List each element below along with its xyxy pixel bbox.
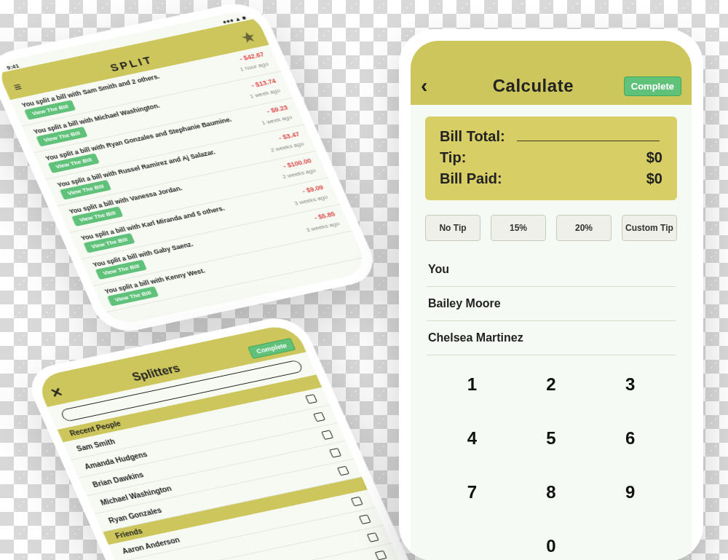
people-list: You Bailey Moore Chelsea Martinez: [411, 248, 692, 355]
splitters-complete-button[interactable]: Complete: [248, 338, 296, 359]
checkbox[interactable]: [367, 532, 379, 543]
calculate-header: ‹ Calculate Complete: [411, 41, 692, 105]
keypad-7[interactable]: 7: [432, 478, 512, 507]
history-when: 1 hour ago: [239, 60, 269, 72]
keypad-4[interactable]: 4: [432, 424, 512, 453]
bill-paid-label: Bill Paid:: [440, 170, 502, 187]
bill-total-label: Bill Total:: [440, 128, 505, 145]
tip-options: No Tip 15% 20% Custom Tip: [411, 210, 692, 248]
tip-custom-button[interactable]: Custom Tip: [622, 215, 677, 241]
back-button[interactable]: ‹: [421, 76, 443, 96]
checkbox[interactable]: [375, 551, 387, 560]
close-button[interactable]: ✕: [47, 384, 65, 401]
checkbox[interactable]: [359, 514, 371, 524]
page-title: Calculate: [450, 76, 617, 96]
person-row[interactable]: Bailey Moore: [427, 287, 676, 321]
keypad-8[interactable]: 8: [512, 478, 591, 507]
tip-20-button[interactable]: 20%: [556, 215, 612, 241]
app-logo-icon: [238, 29, 258, 46]
tip-row: Tip: $0: [440, 149, 662, 166]
keypad-1[interactable]: 1: [432, 370, 512, 399]
tip-15-button[interactable]: 15%: [491, 215, 546, 241]
splitter-name: Sam Smith: [75, 437, 116, 452]
bill-total-input-line[interactable]: [517, 141, 660, 141]
keypad-5[interactable]: 5: [512, 424, 591, 453]
bill-total-row: Bill Total:: [440, 128, 662, 145]
bill-paid-row: Bill Paid: $0: [440, 170, 662, 187]
keypad-3[interactable]: 3: [590, 370, 670, 399]
keypad-6[interactable]: 6: [590, 424, 670, 453]
tip-label: Tip:: [440, 149, 466, 166]
checkbox[interactable]: [313, 412, 325, 422]
keypad-2[interactable]: 2: [512, 370, 591, 399]
checkbox[interactable]: [321, 430, 333, 440]
checkbox[interactable]: [329, 448, 341, 458]
keypad-9[interactable]: 9: [590, 478, 670, 507]
history-when: 1 week ago: [261, 114, 293, 126]
checkbox[interactable]: [305, 394, 317, 404]
checkbox[interactable]: [337, 466, 349, 476]
history-amount: [345, 237, 348, 243]
menu-icon[interactable]: ≡: [12, 81, 24, 94]
keypad-0[interactable]: 0: [512, 532, 591, 560]
checkbox[interactable]: [351, 497, 363, 507]
bill-summary-card: Bill Total: Tip: $0 Bill Paid: $0: [425, 117, 677, 200]
tip-value: $0: [646, 149, 662, 166]
person-row[interactable]: You: [427, 253, 676, 287]
phone-calculate-screen: ‹ Calculate Complete Bill Total: Tip: $0…: [411, 41, 692, 560]
history-when: 1 week ago: [249, 87, 282, 100]
phone-calculate: ‹ Calculate Complete Bill Total: Tip: $0…: [399, 29, 703, 560]
person-row[interactable]: Chelsea Martinez: [427, 321, 676, 355]
bill-paid-value: $0: [646, 170, 662, 187]
number-pad: 1 2 3 4 5 6 7 8 9 0: [411, 363, 692, 560]
tip-none-button[interactable]: No Tip: [425, 215, 480, 241]
complete-button[interactable]: Complete: [624, 76, 681, 96]
